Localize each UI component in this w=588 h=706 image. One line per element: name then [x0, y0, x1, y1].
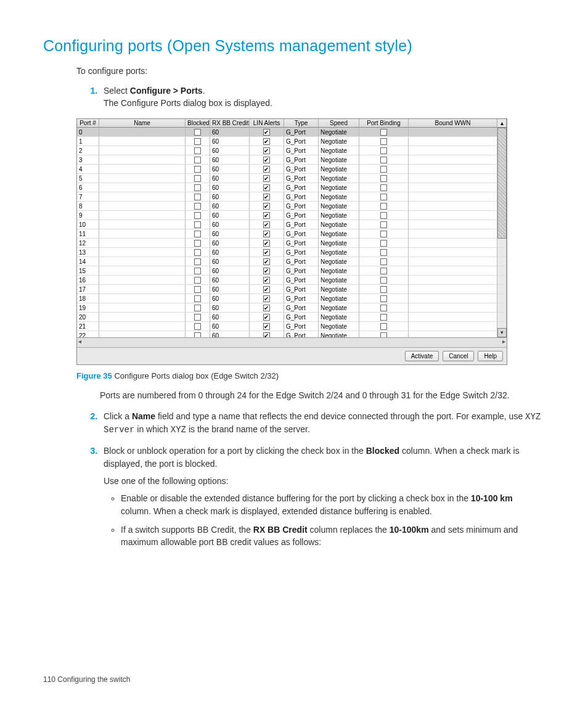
- cell-rx[interactable]: 60: [210, 202, 250, 211]
- cell-speed[interactable]: Negotiate: [319, 137, 359, 146]
- checkbox-icon[interactable]: [380, 277, 387, 284]
- cell-type[interactable]: G_Port: [284, 192, 319, 202]
- cell-blocked[interactable]: [186, 313, 210, 322]
- cell-pb[interactable]: [359, 331, 409, 337]
- cell-speed[interactable]: Negotiate: [319, 285, 359, 294]
- cell-blocked[interactable]: [186, 137, 210, 146]
- cell-rx[interactable]: 60: [210, 285, 250, 294]
- checkbox-icon[interactable]: [194, 147, 201, 154]
- checkbox-icon[interactable]: [263, 231, 270, 237]
- cell-lin[interactable]: [250, 174, 284, 183]
- checkbox-icon[interactable]: [263, 249, 270, 256]
- vscroll-up-icon[interactable]: ▴: [497, 119, 507, 128]
- checkbox-icon[interactable]: [194, 240, 201, 247]
- cell-type[interactable]: G_Port: [284, 239, 319, 248]
- cell-blocked[interactable]: [186, 155, 210, 165]
- checkbox-icon[interactable]: [380, 305, 387, 311]
- cell-blocked[interactable]: [186, 257, 210, 266]
- cell-wwn[interactable]: [409, 155, 497, 165]
- checkbox-icon[interactable]: [380, 175, 387, 182]
- cell-port[interactable]: 16: [77, 276, 99, 285]
- cell-lin[interactable]: [250, 183, 284, 192]
- cell-pb[interactable]: [359, 248, 409, 257]
- table-row[interactable]: 860G_PortNegotiate: [77, 202, 507, 211]
- checkbox-icon[interactable]: [194, 314, 201, 321]
- cell-type[interactable]: G_Port: [284, 303, 319, 313]
- table-row[interactable]: 2260G_PortNegotiate: [77, 331, 507, 337]
- cell-pb[interactable]: [359, 276, 409, 285]
- cell-wwn[interactable]: [409, 313, 497, 322]
- checkbox-icon[interactable]: [194, 129, 201, 136]
- checkbox-icon[interactable]: [380, 231, 387, 237]
- checkbox-icon[interactable]: [194, 295, 201, 302]
- col-blocked[interactable]: Blocked: [186, 119, 210, 128]
- cell-speed[interactable]: Negotiate: [319, 239, 359, 248]
- table-row[interactable]: 560G_PortNegotiate: [77, 174, 507, 183]
- vscroll-down-icon[interactable]: ▾: [497, 328, 507, 337]
- cell-speed[interactable]: Negotiate: [319, 128, 359, 137]
- cell-speed[interactable]: Negotiate: [319, 155, 359, 165]
- cell-pb[interactable]: [359, 322, 409, 331]
- cell-rx[interactable]: 60: [210, 294, 250, 303]
- checkbox-icon[interactable]: [263, 175, 270, 182]
- cell-speed[interactable]: Negotiate: [319, 266, 359, 276]
- cell-port[interactable]: 7: [77, 192, 99, 202]
- cell-blocked[interactable]: [186, 303, 210, 313]
- checkbox-icon[interactable]: [263, 194, 270, 200]
- cell-pb[interactable]: [359, 165, 409, 174]
- checkbox-icon[interactable]: [380, 323, 387, 330]
- cell-name[interactable]: [99, 128, 186, 137]
- cell-speed[interactable]: Negotiate: [319, 322, 359, 331]
- cell-rx[interactable]: 60: [210, 174, 250, 183]
- checkbox-icon[interactable]: [380, 332, 387, 337]
- cell-lin[interactable]: [250, 276, 284, 285]
- cell-wwn[interactable]: [409, 294, 497, 303]
- cell-type[interactable]: G_Port: [284, 229, 319, 239]
- cell-rx[interactable]: 60: [210, 220, 250, 229]
- checkbox-icon[interactable]: [263, 268, 270, 274]
- cell-port[interactable]: 12: [77, 239, 99, 248]
- cell-wwn[interactable]: [409, 331, 497, 337]
- cell-type[interactable]: G_Port: [284, 285, 319, 294]
- cell-type[interactable]: G_Port: [284, 331, 319, 337]
- checkbox-icon[interactable]: [263, 295, 270, 302]
- table-row[interactable]: 1260G_PortNegotiate: [77, 239, 507, 248]
- cell-speed[interactable]: Negotiate: [319, 192, 359, 202]
- cell-wwn[interactable]: [409, 220, 497, 229]
- cell-blocked[interactable]: [186, 285, 210, 294]
- cell-wwn[interactable]: [409, 322, 497, 331]
- checkbox-icon[interactable]: [263, 157, 270, 163]
- cell-wwn[interactable]: [409, 266, 497, 276]
- cell-rx[interactable]: 60: [210, 239, 250, 248]
- cell-port[interactable]: 20: [77, 313, 99, 322]
- checkbox-icon[interactable]: [263, 129, 270, 136]
- cell-speed[interactable]: Negotiate: [319, 229, 359, 239]
- cell-type[interactable]: G_Port: [284, 146, 319, 155]
- cell-pb[interactable]: [359, 137, 409, 146]
- cell-type[interactable]: G_Port: [284, 137, 319, 146]
- cell-name[interactable]: [99, 285, 186, 294]
- checkbox-icon[interactable]: [380, 166, 387, 173]
- cell-type[interactable]: G_Port: [284, 155, 319, 165]
- cell-name[interactable]: [99, 239, 186, 248]
- cell-pb[interactable]: [359, 155, 409, 165]
- table-row[interactable]: 1760G_PortNegotiate: [77, 285, 507, 294]
- cell-lin[interactable]: [250, 248, 284, 257]
- cell-name[interactable]: [99, 220, 186, 229]
- checkbox-icon[interactable]: [194, 249, 201, 256]
- cell-wwn[interactable]: [409, 146, 497, 155]
- cell-rx[interactable]: 60: [210, 266, 250, 276]
- cell-wwn[interactable]: [409, 192, 497, 202]
- cell-rx[interactable]: 60: [210, 183, 250, 192]
- cell-lin[interactable]: [250, 146, 284, 155]
- checkbox-icon[interactable]: [380, 249, 387, 256]
- cell-name[interactable]: [99, 183, 186, 192]
- cell-type[interactable]: G_Port: [284, 174, 319, 183]
- cell-name[interactable]: [99, 229, 186, 239]
- cell-name[interactable]: [99, 211, 186, 220]
- table-row[interactable]: 260G_PortNegotiate: [77, 146, 507, 155]
- cell-type[interactable]: G_Port: [284, 322, 319, 331]
- cell-speed[interactable]: Negotiate: [319, 331, 359, 337]
- checkbox-icon[interactable]: [263, 286, 270, 293]
- checkbox-icon[interactable]: [194, 221, 201, 228]
